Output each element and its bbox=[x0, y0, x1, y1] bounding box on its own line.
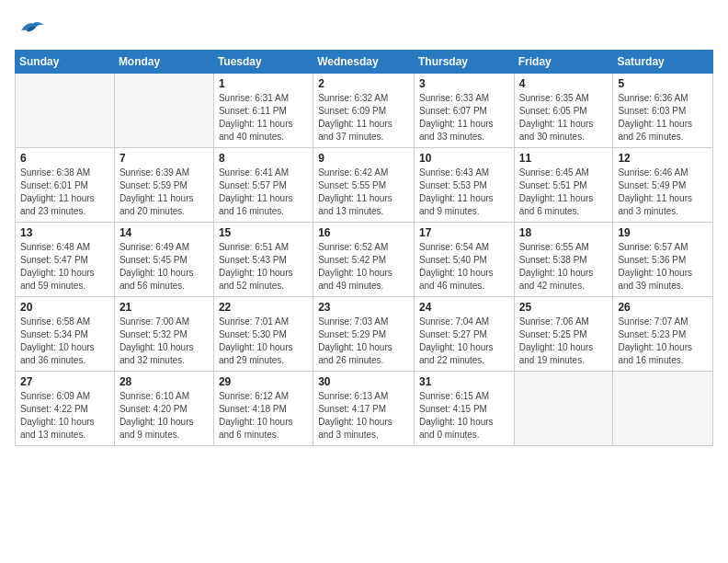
day-number: 11 bbox=[519, 152, 609, 165]
calendar-cell: 27Sunrise: 6:09 AM Sunset: 4:22 PM Dayli… bbox=[16, 372, 115, 446]
calendar-cell: 3Sunrise: 6:33 AM Sunset: 6:07 PM Daylig… bbox=[414, 74, 514, 148]
day-detail: Sunrise: 6:48 AM Sunset: 5:47 PM Dayligh… bbox=[20, 241, 109, 293]
weekday-header: Sunday bbox=[16, 51, 115, 74]
calendar-week-row: 20Sunrise: 6:58 AM Sunset: 5:34 PM Dayli… bbox=[16, 297, 713, 372]
day-number: 3 bbox=[419, 77, 509, 90]
day-detail: Sunrise: 6:45 AM Sunset: 5:51 PM Dayligh… bbox=[519, 167, 609, 218]
day-detail: Sunrise: 6:57 AM Sunset: 5:36 PM Dayligh… bbox=[618, 241, 708, 293]
calendar-cell: 31Sunrise: 6:15 AM Sunset: 4:15 PM Dayli… bbox=[414, 372, 514, 446]
day-number: 27 bbox=[20, 375, 109, 388]
day-detail: Sunrise: 6:39 AM Sunset: 5:59 PM Dayligh… bbox=[119, 167, 209, 218]
weekday-header: Thursday bbox=[414, 51, 514, 74]
day-number: 5 bbox=[618, 77, 708, 90]
calendar-cell bbox=[613, 372, 713, 446]
day-number: 9 bbox=[318, 152, 409, 165]
day-number: 30 bbox=[318, 375, 409, 388]
day-number: 12 bbox=[618, 152, 708, 165]
day-detail: Sunrise: 7:03 AM Sunset: 5:29 PM Dayligh… bbox=[318, 316, 409, 367]
day-number: 15 bbox=[219, 226, 308, 239]
calendar-cell: 15Sunrise: 6:51 AM Sunset: 5:43 PM Dayli… bbox=[213, 223, 313, 297]
day-number: 21 bbox=[119, 301, 209, 314]
day-number: 10 bbox=[419, 152, 509, 165]
calendar-cell: 2Sunrise: 6:32 AM Sunset: 6:09 PM Daylig… bbox=[313, 74, 415, 148]
day-detail: Sunrise: 6:54 AM Sunset: 5:40 PM Dayligh… bbox=[419, 241, 509, 293]
day-detail: Sunrise: 6:35 AM Sunset: 6:05 PM Dayligh… bbox=[519, 92, 609, 144]
day-number: 17 bbox=[419, 226, 509, 239]
calendar-cell bbox=[514, 372, 613, 446]
calendar-cell: 13Sunrise: 6:48 AM Sunset: 5:47 PM Dayli… bbox=[16, 223, 115, 297]
weekday-header: Wednesday bbox=[313, 51, 415, 74]
day-number: 26 bbox=[618, 301, 708, 314]
calendar-cell: 4Sunrise: 6:35 AM Sunset: 6:05 PM Daylig… bbox=[514, 74, 613, 148]
calendar-cell: 11Sunrise: 6:45 AM Sunset: 5:51 PM Dayli… bbox=[514, 148, 613, 223]
calendar-cell: 17Sunrise: 6:54 AM Sunset: 5:40 PM Dayli… bbox=[414, 223, 514, 297]
calendar-cell: 21Sunrise: 7:00 AM Sunset: 5:32 PM Dayli… bbox=[114, 297, 213, 372]
day-detail: Sunrise: 6:10 AM Sunset: 4:20 PM Dayligh… bbox=[119, 390, 209, 442]
calendar-cell: 26Sunrise: 7:07 AM Sunset: 5:23 PM Dayli… bbox=[613, 297, 713, 372]
day-detail: Sunrise: 6:41 AM Sunset: 5:57 PM Dayligh… bbox=[219, 167, 308, 218]
logo bbox=[15, 15, 51, 40]
weekday-header: Saturday bbox=[613, 51, 713, 74]
day-detail: Sunrise: 7:06 AM Sunset: 5:25 PM Dayligh… bbox=[519, 316, 609, 367]
calendar-cell: 7Sunrise: 6:39 AM Sunset: 5:59 PM Daylig… bbox=[114, 148, 213, 223]
calendar-cell: 8Sunrise: 6:41 AM Sunset: 5:57 PM Daylig… bbox=[213, 148, 313, 223]
calendar-week-row: 27Sunrise: 6:09 AM Sunset: 4:22 PM Dayli… bbox=[16, 372, 713, 446]
calendar-cell: 9Sunrise: 6:42 AM Sunset: 5:55 PM Daylig… bbox=[313, 148, 415, 223]
calendar-cell: 16Sunrise: 6:52 AM Sunset: 5:42 PM Dayli… bbox=[313, 223, 415, 297]
calendar-cell: 12Sunrise: 6:46 AM Sunset: 5:49 PM Dayli… bbox=[613, 148, 713, 223]
day-number: 2 bbox=[318, 77, 409, 90]
calendar-cell bbox=[16, 74, 115, 148]
day-number: 31 bbox=[419, 375, 509, 388]
day-number: 20 bbox=[20, 301, 109, 314]
day-detail: Sunrise: 6:32 AM Sunset: 6:09 PM Dayligh… bbox=[318, 92, 409, 144]
calendar-cell: 29Sunrise: 6:12 AM Sunset: 4:18 PM Dayli… bbox=[213, 372, 313, 446]
day-detail: Sunrise: 6:42 AM Sunset: 5:55 PM Dayligh… bbox=[318, 167, 409, 218]
day-number: 22 bbox=[219, 301, 308, 314]
day-number: 23 bbox=[318, 301, 409, 314]
calendar-cell: 6Sunrise: 6:38 AM Sunset: 6:01 PM Daylig… bbox=[16, 148, 115, 223]
day-number: 13 bbox=[20, 226, 109, 239]
calendar-cell: 30Sunrise: 6:13 AM Sunset: 4:17 PM Dayli… bbox=[313, 372, 415, 446]
calendar-table: SundayMondayTuesdayWednesdayThursdayFrid… bbox=[15, 50, 713, 446]
calendar-cell: 22Sunrise: 7:01 AM Sunset: 5:30 PM Dayli… bbox=[213, 297, 313, 372]
day-number: 24 bbox=[419, 301, 509, 314]
calendar-cell: 14Sunrise: 6:49 AM Sunset: 5:45 PM Dayli… bbox=[114, 223, 213, 297]
day-detail: Sunrise: 6:55 AM Sunset: 5:38 PM Dayligh… bbox=[519, 241, 609, 293]
day-detail: Sunrise: 7:07 AM Sunset: 5:23 PM Dayligh… bbox=[618, 316, 708, 367]
day-detail: Sunrise: 6:38 AM Sunset: 6:01 PM Dayligh… bbox=[20, 167, 109, 218]
calendar-cell: 20Sunrise: 6:58 AM Sunset: 5:34 PM Dayli… bbox=[16, 297, 115, 372]
calendar-header-row: SundayMondayTuesdayWednesdayThursdayFrid… bbox=[16, 51, 713, 74]
day-number: 16 bbox=[318, 226, 409, 239]
day-number: 4 bbox=[519, 77, 609, 90]
day-number: 28 bbox=[119, 375, 209, 388]
calendar-cell: 25Sunrise: 7:06 AM Sunset: 5:25 PM Dayli… bbox=[514, 297, 613, 372]
calendar-week-row: 6Sunrise: 6:38 AM Sunset: 6:01 PM Daylig… bbox=[16, 148, 713, 223]
day-number: 6 bbox=[20, 152, 109, 165]
day-detail: Sunrise: 6:12 AM Sunset: 4:18 PM Dayligh… bbox=[219, 390, 308, 442]
day-number: 18 bbox=[519, 226, 609, 239]
calendar-week-row: 1Sunrise: 6:31 AM Sunset: 6:11 PM Daylig… bbox=[16, 74, 713, 148]
day-number: 29 bbox=[219, 375, 308, 388]
day-detail: Sunrise: 6:58 AM Sunset: 5:34 PM Dayligh… bbox=[20, 316, 109, 367]
calendar-cell: 5Sunrise: 6:36 AM Sunset: 6:03 PM Daylig… bbox=[613, 74, 713, 148]
day-detail: Sunrise: 7:04 AM Sunset: 5:27 PM Dayligh… bbox=[419, 316, 509, 367]
day-number: 19 bbox=[618, 226, 708, 239]
weekday-header: Tuesday bbox=[213, 51, 313, 74]
day-detail: Sunrise: 6:09 AM Sunset: 4:22 PM Dayligh… bbox=[20, 390, 109, 442]
day-detail: Sunrise: 6:43 AM Sunset: 5:53 PM Dayligh… bbox=[419, 167, 509, 218]
day-detail: Sunrise: 6:31 AM Sunset: 6:11 PM Dayligh… bbox=[219, 92, 308, 144]
day-number: 25 bbox=[519, 301, 609, 314]
day-number: 8 bbox=[219, 152, 308, 165]
weekday-header: Friday bbox=[514, 51, 613, 74]
day-detail: Sunrise: 6:13 AM Sunset: 4:17 PM Dayligh… bbox=[318, 390, 409, 442]
calendar-cell: 19Sunrise: 6:57 AM Sunset: 5:36 PM Dayli… bbox=[613, 223, 713, 297]
day-detail: Sunrise: 6:33 AM Sunset: 6:07 PM Dayligh… bbox=[419, 92, 509, 144]
calendar-cell: 18Sunrise: 6:55 AM Sunset: 5:38 PM Dayli… bbox=[514, 223, 613, 297]
day-detail: Sunrise: 6:46 AM Sunset: 5:49 PM Dayligh… bbox=[618, 167, 708, 218]
calendar-cell: 24Sunrise: 7:04 AM Sunset: 5:27 PM Dayli… bbox=[414, 297, 514, 372]
header bbox=[15, 15, 713, 40]
day-detail: Sunrise: 6:52 AM Sunset: 5:42 PM Dayligh… bbox=[318, 241, 409, 293]
calendar-cell: 23Sunrise: 7:03 AM Sunset: 5:29 PM Dayli… bbox=[313, 297, 415, 372]
day-detail: Sunrise: 6:15 AM Sunset: 4:15 PM Dayligh… bbox=[419, 390, 509, 442]
day-number: 1 bbox=[219, 77, 308, 90]
